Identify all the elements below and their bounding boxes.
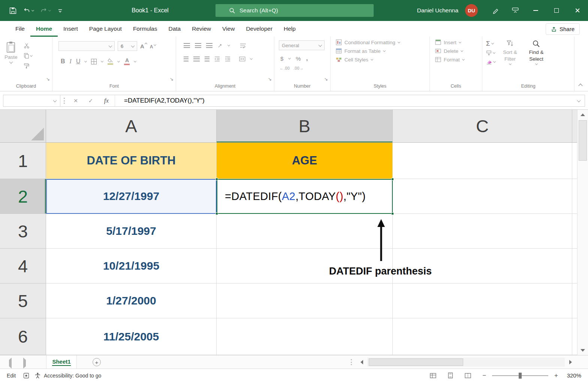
cell-c5[interactable] <box>393 284 572 318</box>
row-header-4[interactable]: 4 <box>0 249 46 284</box>
sort-filter-button[interactable]: Sort & Filter <box>498 40 522 65</box>
enter-icon[interactable] <box>83 97 98 104</box>
cell-c6[interactable] <box>393 318 572 355</box>
cell-b5[interactable] <box>217 284 393 318</box>
font-color-button[interactable]: A <box>124 58 130 65</box>
wrap-text-button[interactable] <box>240 43 246 48</box>
zoom-percentage[interactable]: 320% <box>564 372 581 379</box>
horizontal-scroll-thumb[interactable] <box>369 358 463 366</box>
cell-a6[interactable]: 11/25/2005 <box>46 318 217 355</box>
format-cells-button[interactable]: Format <box>435 57 482 63</box>
formula-bar-expand-icon[interactable] <box>577 98 581 102</box>
align-left-button[interactable] <box>184 57 189 61</box>
format-painter-button[interactable] <box>24 63 32 69</box>
sheet-nav-right-icon[interactable] <box>23 360 26 367</box>
autosum-button[interactable]: Σ <box>486 40 495 47</box>
tab-formulas[interactable]: Formulas <box>127 21 163 37</box>
find-select-button[interactable]: Find & Select <box>525 40 548 65</box>
avatar[interactable]: DU <box>465 4 478 17</box>
shrink-font-button[interactable]: A <box>150 43 156 49</box>
tab-review[interactable]: Review <box>186 21 217 37</box>
save-button[interactable] <box>9 7 17 15</box>
format-as-table-button[interactable]: Format as Table <box>336 48 429 54</box>
zoom-in-button[interactable] <box>554 372 558 379</box>
conditional-formatting-button[interactable]: Conditional Formatting <box>336 39 429 45</box>
pen-icon[interactable] <box>486 0 506 21</box>
row-header-1[interactable]: 1 <box>0 143 46 179</box>
macro-record-icon[interactable] <box>23 373 29 379</box>
zoom-slider-thumb[interactable] <box>519 373 522 379</box>
tab-file[interactable]: File <box>10 21 30 37</box>
cell-a1[interactable]: DATE OF BIRTH <box>46 143 217 179</box>
percent-style-button[interactable]: % <box>296 55 301 62</box>
clear-button[interactable] <box>486 59 495 64</box>
copy-button[interactable] <box>24 53 32 59</box>
cell-b1[interactable]: AGE <box>217 143 393 179</box>
scroll-right-icon[interactable] <box>566 357 575 367</box>
user-name[interactable]: Daniel Uchenna <box>417 7 458 14</box>
accessibility-status[interactable]: Accessibility: Good to go <box>34 372 101 379</box>
increase-indent-button[interactable] <box>225 57 230 61</box>
page-layout-view-icon[interactable] <box>447 372 453 379</box>
column-header-d[interactable] <box>572 110 577 143</box>
cell-b2[interactable]: =DATEDIF(A2,TODAY(),"Y") <box>217 179 393 214</box>
insert-cells-button[interactable]: Insert <box>435 39 482 45</box>
font-name-combo[interactable] <box>58 41 115 51</box>
cell-d4[interactable] <box>572 249 577 284</box>
sheet-nav-left-icon[interactable] <box>9 360 12 367</box>
cell-b6[interactable] <box>217 318 393 355</box>
vertical-scroll-thumb[interactable] <box>579 120 587 161</box>
cell-d3[interactable] <box>572 214 577 249</box>
row-header-3[interactable]: 3 <box>0 214 46 249</box>
scroll-up-icon[interactable] <box>578 110 588 119</box>
cell-styles-button[interactable]: Cell Styles <box>336 57 429 63</box>
close-button[interactable] <box>567 0 588 21</box>
ribbon-display-icon[interactable] <box>506 0 525 21</box>
redo-button[interactable] <box>40 7 51 14</box>
cell-a2[interactable]: 12/27/1997 <box>46 179 217 214</box>
bold-button[interactable]: B <box>61 58 65 65</box>
font-size-combo[interactable]: 6 <box>118 41 137 51</box>
column-header-a[interactable]: A <box>46 110 217 143</box>
underline-button[interactable]: U <box>76 58 81 65</box>
row-header-5[interactable]: 5 <box>0 284 46 318</box>
collapse-ribbon-icon[interactable] <box>578 84 582 88</box>
orientation-button[interactable] <box>217 43 223 48</box>
accounting-format-button[interactable]: $ <box>280 55 283 62</box>
horizontal-scrollbar[interactable] <box>357 357 575 367</box>
cell-d6[interactable] <box>572 318 577 355</box>
cell-a4[interactable]: 10/21/1995 <box>46 249 217 284</box>
borders-button[interactable] <box>91 59 97 64</box>
vertical-scrollbar[interactable] <box>577 110 588 355</box>
name-box[interactable] <box>3 95 60 106</box>
formula-input[interactable]: =DATEDIF(A2,TODAY(),"Y") <box>115 95 578 106</box>
tab-help[interactable]: Help <box>278 21 301 37</box>
maximize-button[interactable] <box>546 0 567 21</box>
cancel-icon[interactable] <box>68 97 83 105</box>
column-header-b[interactable]: B <box>217 110 393 143</box>
align-top-button[interactable] <box>184 43 190 48</box>
tab-scroll-divider[interactable] <box>351 359 352 365</box>
customize-qat-button[interactable] <box>57 7 63 14</box>
align-bottom-button[interactable] <box>206 43 212 48</box>
tab-developer[interactable]: Developer <box>240 21 278 37</box>
align-center-button[interactable] <box>193 57 200 61</box>
cell-a3[interactable]: 5/17/1997 <box>46 214 217 249</box>
alignment-dialog-launcher[interactable] <box>268 77 272 81</box>
sheet-tab-sheet1[interactable]: Sheet1 <box>46 355 77 369</box>
paste-button[interactable]: Paste <box>4 41 18 69</box>
cell-d2[interactable] <box>572 179 577 214</box>
share-button[interactable]: Share <box>546 23 580 35</box>
fill-button[interactable] <box>486 50 495 56</box>
new-sheet-button[interactable] <box>93 358 101 366</box>
number-dialog-launcher[interactable] <box>324 77 328 81</box>
fill-color-button[interactable] <box>108 58 113 65</box>
scroll-left-icon[interactable] <box>357 357 367 367</box>
align-middle-button[interactable] <box>195 43 201 48</box>
cell-d1[interactable] <box>572 143 577 179</box>
clipboard-dialog-launcher[interactable] <box>46 77 50 81</box>
cut-button[interactable] <box>24 43 32 49</box>
tab-page-layout[interactable]: Page Layout <box>84 21 127 37</box>
undo-button[interactable] <box>23 7 34 14</box>
page-break-view-icon[interactable] <box>465 373 471 379</box>
